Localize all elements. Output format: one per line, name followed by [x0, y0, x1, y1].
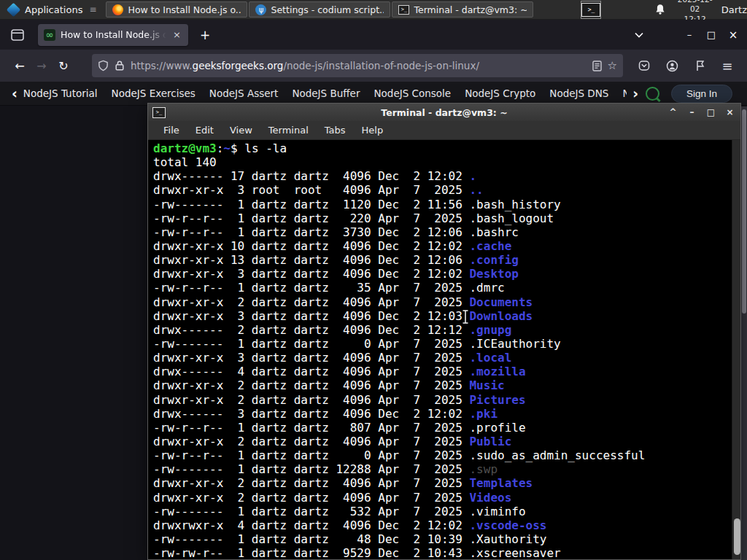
terminal-maximize-button[interactable]: □ — [705, 107, 717, 117]
nav-link[interactable]: NodeJS Tutorial — [23, 88, 98, 99]
file-name: Pictures — [469, 393, 525, 407]
terminal-line: drwx------ 3 dartz dartz 4096 Dec 2 12:0… — [153, 407, 730, 421]
tab-title: How to Install Node.js on — [61, 29, 166, 40]
terminal-line: drwxr-xr-x 2 dartz dartz 4096 Apr 7 2025… — [153, 491, 730, 505]
clock-date: 2025-12-02 — [674, 0, 715, 15]
forward-icon[interactable]: → — [31, 55, 53, 77]
terminal-output[interactable]: dartz@vm3:~$ ls -la total 140 drwx------… — [148, 140, 740, 559]
terminal-scrollbar[interactable] — [732, 140, 740, 559]
page-scrollbar[interactable] — [741, 106, 747, 560]
firefox-view-icon[interactable] — [7, 25, 28, 45]
file-name: Desktop — [469, 267, 518, 281]
file-name: .viminfo — [469, 505, 525, 518]
firefox-icon — [112, 4, 123, 15]
terminal-window: >_ Terminal - dartz@vm3: ~ ^ – □ × FileE… — [147, 103, 741, 560]
browser-close-button[interactable]: × — [722, 28, 744, 42]
browser-tab-active[interactable]: How to Install Node.js on × — [38, 24, 188, 46]
list-all-tabs-icon[interactable] — [635, 32, 657, 38]
terminal-window-controls: ^ – □ × — [667, 107, 736, 117]
taskbar-button[interactable]: Terminal - dartz@vm3: ~ — [392, 1, 533, 18]
file-meta: drwxr-xr-x 3 root root 4096 Apr 7 2025 — [153, 183, 469, 197]
user-menu[interactable]: Dartz — [721, 4, 747, 15]
nav-scroll-right-icon[interactable]: › — [630, 87, 641, 101]
nav-scroll-left-icon[interactable]: ‹ — [9, 87, 20, 101]
file-meta: -rw------- 1 dartz dartz 48 Dec 2 10:39 — [153, 532, 469, 546]
bookmark-star-icon[interactable]: ☆ — [608, 59, 617, 72]
terminal-menu-edit[interactable]: Edit — [187, 125, 222, 136]
app-menu-icon[interactable]: ≡ — [716, 55, 738, 77]
file-meta: drwxr-xr-x 3 dartz dartz 4096 Apr 7 2025 — [153, 351, 469, 365]
page-scrollbar-thumb[interactable] — [742, 109, 746, 314]
nav-link[interactable]: NodeJS DNS — [549, 88, 608, 99]
file-name: .swp — [469, 462, 498, 476]
terminal-shade-button[interactable]: ^ — [667, 107, 679, 117]
pocket-icon[interactable] — [633, 55, 655, 77]
terminal-menu-file[interactable]: File — [155, 125, 187, 136]
nav-link[interactable]: NodeJS Assert — [209, 88, 279, 99]
file-meta: drwxr-xr-x 2 dartz dartz 4096 Apr 7 2025 — [153, 295, 469, 309]
shield-icon[interactable] — [98, 60, 109, 71]
nav-link[interactable]: NodeJS Exercises — [112, 88, 196, 99]
file-name: .pki — [469, 407, 498, 421]
file-name: .vscode-oss — [469, 518, 546, 532]
search-icon[interactable] — [646, 87, 659, 101]
nav-link[interactable]: NodeJS Crypto — [465, 88, 535, 99]
nav-link[interactable]: Node — [622, 88, 627, 99]
terminal-icon — [398, 5, 409, 15]
file-meta: -rw------- 1 dartz dartz 1120 Dec 2 11:5… — [153, 198, 469, 211]
url-text[interactable]: https://www.geeksforgeeks.org/node-js/in… — [131, 60, 587, 71]
top-panel: Applications ≡ How to Install Node.js o.… — [0, 0, 747, 20]
notification-bell-icon[interactable] — [654, 3, 667, 16]
taskbar-button-label: Settings - codium script... — [271, 4, 384, 15]
terminal-scrollbar-thumb[interactable] — [734, 518, 740, 555]
file-meta: -rw-rw-r-- 1 dartz dartz 9529 Dec 2 10:4… — [153, 546, 469, 559]
file-meta: drwxr-xr-x 10 dartz dartz 4096 Dec 2 12:… — [153, 239, 469, 253]
file-meta: drwxrwxr-x 4 dartz dartz 4096 Dec 2 12:0… — [153, 518, 469, 532]
browser-maximize-button[interactable]: □ — [700, 29, 722, 40]
file-name: Downloads — [469, 309, 533, 323]
terminal-minimize-button[interactable]: – — [686, 107, 698, 117]
terminal-line: drwxr-xr-x 3 dartz dartz 4096 Dec 2 12:0… — [153, 267, 730, 281]
file-name: .mozilla — [469, 365, 525, 378]
file-meta: -rw-r--r-- 1 dartz dartz 807 Apr 7 2025 — [153, 421, 469, 435]
file-name: .bash_logout — [469, 211, 554, 225]
terminal-line: drwxr-xr-x 3 dartz dartz 4096 Apr 7 2025… — [153, 351, 730, 365]
terminal-line: -rw------- 1 dartz dartz 0 Apr 7 2025 .I… — [153, 337, 730, 351]
sign-in-button[interactable]: Sign In — [671, 85, 732, 103]
terminal-prompt-line: dartz@vm3:~$ ls -la — [153, 141, 730, 155]
taskbar-button[interactable]: Settings - codium script... — [249, 1, 390, 18]
nav-link[interactable]: NodeJS Console — [374, 88, 451, 99]
file-name: Templates — [469, 476, 533, 490]
applications-menu-button[interactable]: Applications ≡ — [0, 0, 104, 20]
terminal-line: -rw-r--r-- 1 dartz dartz 807 Apr 7 2025 … — [153, 421, 730, 435]
back-icon[interactable]: ← — [9, 55, 31, 77]
terminal-line: drwx------ 2 dartz dartz 4096 Dec 2 12:1… — [153, 323, 730, 337]
terminal-menu-terminal[interactable]: Terminal — [260, 125, 317, 136]
prompt-user-host: dartz@vm3 — [153, 141, 217, 155]
tab-close-icon[interactable]: × — [171, 29, 182, 40]
taskbar-button-label: Terminal - dartz@vm3: ~ — [414, 4, 527, 15]
terminal-line: drwxr-xr-x 13 dartz dartz 4096 Dec 2 12:… — [153, 253, 730, 267]
terminal-titlebar[interactable]: >_ Terminal - dartz@vm3: ~ ^ – □ × — [148, 104, 740, 121]
prompt-command: ls -la — [244, 141, 287, 155]
terminal-menu-help[interactable]: Help — [354, 125, 392, 136]
extension-flag-icon[interactable] — [689, 55, 711, 77]
reader-view-icon[interactable] — [592, 61, 602, 71]
file-name: Public — [469, 435, 511, 448]
tray-terminal-button[interactable]: >_ — [581, 1, 601, 19]
terminal-close-button[interactable]: × — [724, 107, 736, 117]
url-bar[interactable]: https://www.geeksforgeeks.org/node-js/in… — [92, 54, 623, 77]
terminal-menu-view[interactable]: View — [222, 125, 260, 136]
reload-icon[interactable]: ↻ — [53, 55, 74, 77]
nav-link[interactable]: NodeJS Buffer — [292, 88, 360, 99]
new-tab-button[interactable]: + — [196, 28, 214, 42]
file-name: .Xauthority — [469, 532, 546, 546]
lock-icon[interactable] — [115, 60, 125, 71]
file-meta: drwxr-xr-x 2 dartz dartz 4096 Apr 7 2025 — [153, 491, 469, 505]
file-meta: drwxr-xr-x 2 dartz dartz 4096 Apr 7 2025 — [153, 435, 469, 448]
browser-minimize-button[interactable]: – — [678, 29, 700, 40]
file-name: .ICEauthority — [469, 337, 560, 351]
account-icon[interactable] — [661, 55, 683, 77]
terminal-menu-tabs[interactable]: Tabs — [317, 125, 354, 136]
taskbar-button[interactable]: How to Install Node.js o... — [106, 1, 247, 18]
